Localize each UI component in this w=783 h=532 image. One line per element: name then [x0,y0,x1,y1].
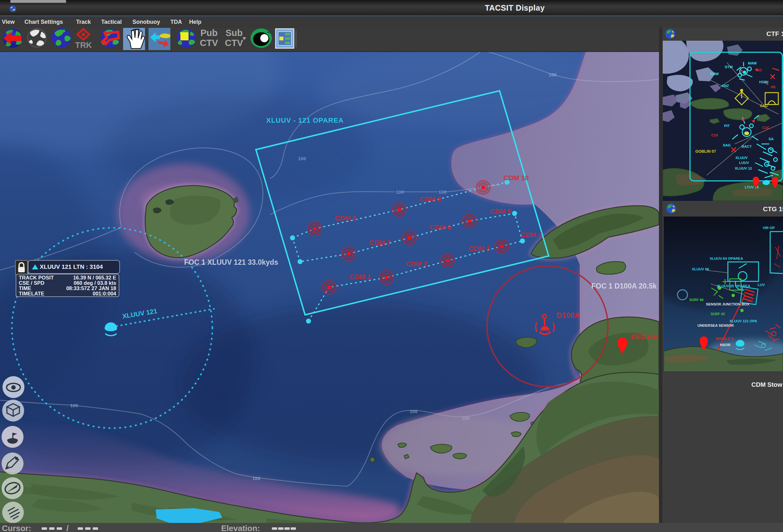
svg-text:XLUUV-54 OPAREA: XLUUV-54 OPAREA [710,257,743,260]
svg-text:GOBLIN 07: GOBLIN 07 [695,149,716,154]
svg-text:SENSOR JUNCTION BOX: SENSOR JUNCTION BOX [706,302,750,306]
svg-text:100: 100 [549,72,557,77]
svg-text:PIT: PIT [724,124,730,128]
svg-text:RAW: RAW [710,72,719,76]
svg-text:CDM 3: CDM 3 [469,245,490,253]
svg-text:VIR OP: VIR OP [763,226,775,230]
svg-text:FOC 1 XLUUV 121 33.0kyds: FOC 1 XLUUV 121 33.0kyds [184,258,278,266]
svg-text:XLUUV-25 OPAREA: XLUUV-25 OPAREA [717,284,750,288]
svg-text:CDM 7: CDM 7 [370,239,391,246]
svg-text:MISSILE S: MISSILE S [716,337,733,340]
svg-text:CDM 2: CDM 2 [406,260,428,268]
svg-text:H33N: H33N [759,80,768,84]
svg-text:XLUUV 121 OPA: XLUUV 121 OPA [729,319,757,323]
svg-text:XLUUV: XLUUV [735,156,748,160]
svg-text:SURF 43: SURF 43 [711,312,725,316]
svg-text:STW: STW [725,65,733,69]
svg-text:SA: SA [769,137,774,141]
svg-text:MAW: MAW [748,61,757,65]
svg-text:CTV: CTV [200,38,218,48]
svg-text:UNDERSEA SENSOR: UNDERSEA SENSOR [697,324,734,327]
svg-text:LUV: LUV [758,283,765,287]
svg-text:NSOR: NSOR [720,343,731,347]
svg-text:100: 100 [70,403,78,408]
svg-text:ANZ: ANZ [722,84,729,88]
svg-text:SAG: SAG [760,104,768,108]
svg-text:C1C: C1C [762,126,770,130]
svg-text:LUUV: LUUV [739,161,749,165]
svg-text:H5: H5 [771,85,776,89]
svg-text:GC: GC [757,68,762,72]
svg-text:TRK: TRK [75,40,92,50]
svg-text:D100A: D100A [557,311,581,320]
svg-text:XLUUV 12: XLUUV 12 [735,166,752,170]
svg-text:CDM 9: CDM 9 [420,195,441,203]
svg-text:Pub: Pub [200,28,218,38]
svg-text:CDM 1: CDM 1 [350,273,371,281]
svg-text:SURF 88: SURF 88 [689,298,703,302]
svg-text:100: 100 [410,409,417,414]
svg-text:CDM 5: CDM 5 [490,207,511,215]
svg-text:CTV: CTV [225,38,243,48]
svg-text:FOC 1 D100A 20.5k: FOC 1 D100A 20.5k [591,282,657,290]
svg-text:C10: C10 [711,133,718,137]
svg-text:SAG: SAG [723,143,731,147]
svg-text:XLUUV 66: XLUUV 66 [692,267,709,271]
svg-text:XLUUV - 121 OPAREA: XLUUV - 121 OPAREA [266,117,344,124]
svg-text:Sub: Sub [225,28,243,38]
svg-text:CDM 6: CDM 6 [430,224,451,231]
svg-text:RED NA: RED NA [631,333,658,341]
svg-text:100: 100 [252,476,260,481]
svg-text:CDM 8: CDM 8 [335,214,356,222]
svg-text:CDM 10: CDM 10 [503,174,529,182]
svg-text:CDM 4: CDM 4 [521,231,542,239]
svg-text:BACT: BACT [742,144,752,148]
